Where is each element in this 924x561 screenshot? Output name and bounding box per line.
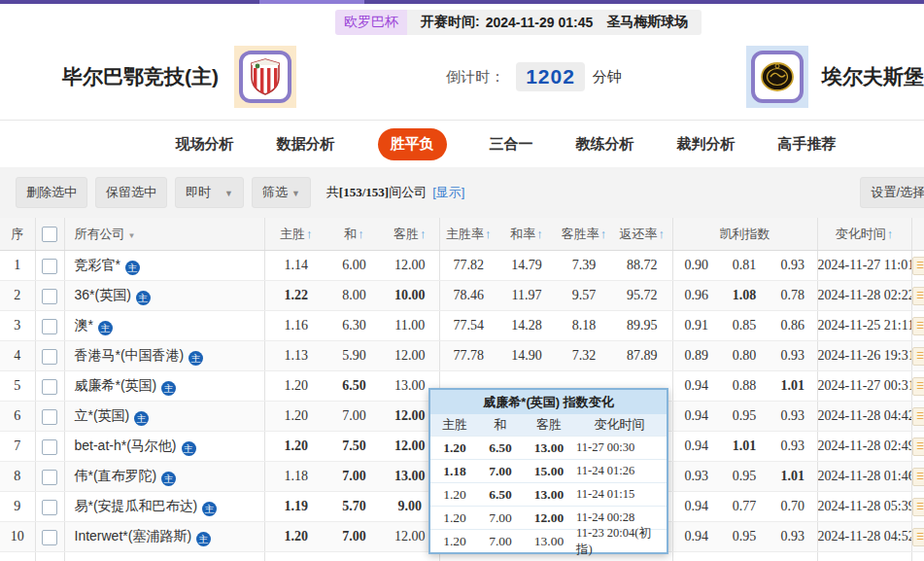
row-checkbox[interactable] [42,439,57,455]
home-odds-cell[interactable]: 1.13 [264,341,327,371]
company-cell[interactable]: 伟*(直布罗陀)主 [64,462,264,492]
draw-odds-cell[interactable]: 5.90 [327,341,381,371]
tab-裁判分析[interactable]: 裁判分析 [677,135,736,154]
popup-history-row: 1.187.0015.0011-24 01:26 [430,459,667,482]
company-header[interactable]: 所有公司▼ [64,218,264,251]
home-odds-cell[interactable]: 1.22 [264,281,327,311]
filter-dropdown[interactable]: 筛选▼ [252,177,311,208]
company-cell[interactable]: 香港马*(中国香港)主 [64,341,264,371]
away-odds-cell[interactable]: 10.00 [381,281,439,311]
company-cell[interactable]: 威廉希*(英国)主 [64,371,264,402]
countdown-area: 倒计时： 1202 分钟 [296,62,746,91]
home-odds-cell[interactable]: 1.14 [264,251,327,281]
menu-icon: ☰ [912,257,924,275]
row-checkbox[interactable] [42,259,57,274]
home-odds-header[interactable]: 主胜↑ [264,218,327,251]
home-odds-cell[interactable]: 1.20 [264,371,327,402]
row-menu-cell[interactable]: ☰ [911,341,924,371]
tab-教练分析[interactable]: 教练分析 [576,135,634,154]
row-checkbox[interactable] [42,500,57,515]
popup-history-row: 1.206.5013.0011-27 00:30 [430,436,667,459]
return-rate-header[interactable]: 返还率↑ [612,218,672,251]
draw-odds-cell[interactable]: 5.70 [327,492,381,522]
company-cell[interactable]: 36*(英国)主 [64,281,264,311]
row-checkbox[interactable] [42,470,57,485]
home-rate-header[interactable]: 主胜率↑ [439,218,497,251]
row-menu-cell[interactable]: ☰ [911,311,924,341]
company-cell[interactable]: 竞彩官*主 [64,251,264,281]
company-cell[interactable]: 澳*主 [64,311,264,341]
away-team-logo [751,51,804,103]
select-all-checkbox[interactable] [42,227,57,242]
return-rate-cell: 88.72 [612,251,672,281]
draw-odds-header[interactable]: 和↑ [327,218,381,251]
draw-odds-cell[interactable]: 8.00 [327,281,381,311]
row-checkbox[interactable] [42,379,57,395]
draw-odds-cell[interactable]: 7.00 [327,402,381,432]
away-rate-cell: 7.32 [556,341,612,371]
row-menu-cell[interactable]: ☰ [911,432,924,462]
table-toolbar: 删除选中 保留选中 即时▼ 筛选▼ 共[153/153]间公司 [显示] 设置/… [0,167,924,218]
away-odds-cell[interactable]: 12.00 [381,341,439,371]
away-rate-header[interactable]: 客胜率↑ [556,218,612,251]
draw-odds-cell[interactable]: 7.50 [327,432,381,462]
index-cell: 6 [0,402,35,432]
company-cell[interactable]: Interwet*(塞浦路斯)主 [64,522,264,552]
top-progress-bar [0,0,924,4]
live-dropdown[interactable]: 即时▼ [175,177,244,208]
home-odds-cell[interactable]: 1.20 [264,432,327,462]
match-header: 毕尔巴鄂竞技(主) 倒计时： 1202 [0,35,924,119]
row-menu-cell[interactable]: ☰ [911,492,924,522]
kelly-home-cell: 0.89 [672,341,720,371]
row-checkbox[interactable] [42,289,57,304]
row-menu-cell[interactable]: ☰ [911,402,924,432]
away-odds-cell[interactable]: 12.00 [381,251,439,281]
home-badge-icon: 主 [188,351,203,366]
draw-odds-cell[interactable]: 6.00 [327,251,381,281]
tab-胜平负[interactable]: 胜平负 [378,128,447,160]
empty-cell [64,552,264,561]
tab-数据分析[interactable]: 数据分析 [277,135,335,154]
draw-odds-cell[interactable]: 7.00 [327,522,381,552]
row-checkbox[interactable] [42,409,57,425]
row-menu-cell[interactable]: ☰ [911,522,924,552]
home-badge-icon: 主 [134,411,149,426]
delete-selected-button[interactable]: 删除选中 [16,177,87,208]
row-menu-cell[interactable]: ☰ [911,462,924,492]
home-odds-cell[interactable]: 1.18 [264,462,327,492]
row-menu-cell[interactable]: ☰ [911,371,924,402]
home-odds-cell[interactable]: 1.20 [264,402,327,432]
company-cell[interactable]: 立*(英国)主 [64,402,264,432]
company-cell[interactable]: bet-at-h*(马尔他)主 [64,432,264,462]
change-time-cell: 2024-11-27 11:01 [817,251,911,281]
draw-rate-cell: 14.90 [497,341,556,371]
away-odds-header[interactable]: 客胜↑ [381,218,439,251]
home-rate-cell: 77.82 [439,251,497,281]
draw-odds-cell[interactable]: 6.30 [327,311,381,341]
show-link[interactable]: [显示] [432,184,464,201]
kelly-header: 凯利指数 [672,218,817,251]
row-checkbox[interactable] [42,530,57,545]
home-odds-cell[interactable]: 1.19 [264,492,327,522]
row-checkbox[interactable] [42,319,57,334]
row-menu-cell[interactable]: ☰ [911,251,924,281]
top-progress-segment [259,0,364,4]
home-odds-cell[interactable]: 1.16 [264,311,327,341]
change-time-header[interactable]: 变化时间↑ [817,218,911,251]
row-checkbox[interactable] [42,349,57,365]
checkbox-cell [35,462,64,492]
home-odds-cell[interactable]: 1.20 [264,522,327,552]
keep-selected-button[interactable]: 保留选中 [95,177,167,208]
kelly-draw-cell: 0.85 [720,311,769,341]
home-team-logo [239,51,291,103]
draw-odds-cell[interactable]: 7.00 [327,462,381,492]
draw-rate-header[interactable]: 和率↑ [497,218,556,251]
away-odds-cell[interactable]: 11.00 [381,311,439,341]
draw-odds-cell[interactable]: 6.50 [327,371,381,402]
tab-三合一[interactable]: 三合一 [490,135,533,154]
tab-现场分析[interactable]: 现场分析 [176,135,234,154]
row-menu-cell[interactable]: ☰ [911,281,924,311]
settings-select-button[interactable]: 设置/选择 [860,177,924,208]
company-cell[interactable]: 易*(安提瓜和巴布达)主 [64,492,264,522]
tab-高手推荐[interactable]: 高手推荐 [778,135,837,154]
